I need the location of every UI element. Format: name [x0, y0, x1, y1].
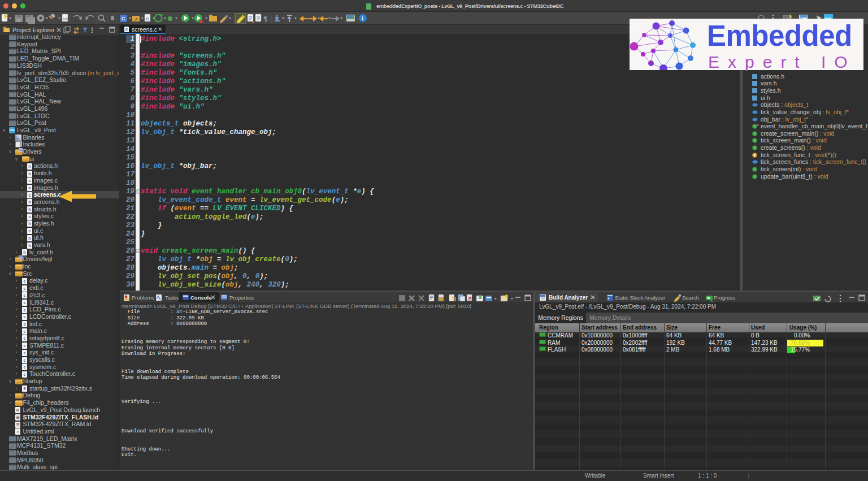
- svg-text:C: C: [146, 16, 149, 21]
- svg-text:Build Analyzer: Build Analyzer: [549, 294, 588, 301]
- svg-text:Problems: Problems: [132, 294, 154, 301]
- svg-text:C: C: [121, 16, 125, 21]
- svg-text:Progress: Progress: [714, 294, 735, 301]
- svg-text:i: i: [362, 15, 363, 21]
- svg-text:010: 010: [63, 18, 68, 21]
- svg-text:¶: ¶: [263, 14, 267, 23]
- svg-text:Console: Console: [190, 294, 211, 301]
- svg-text:↗: ↗: [134, 17, 138, 22]
- svg-text:Search: Search: [682, 294, 699, 301]
- svg-text:Properties: Properties: [229, 294, 254, 301]
- svg-text:Static Stack Analyzer: Static Stack Analyzer: [615, 294, 665, 301]
- svg-text:Project Explorer: Project Explorer: [12, 27, 55, 33]
- svg-text:Tasks: Tasks: [165, 294, 179, 301]
